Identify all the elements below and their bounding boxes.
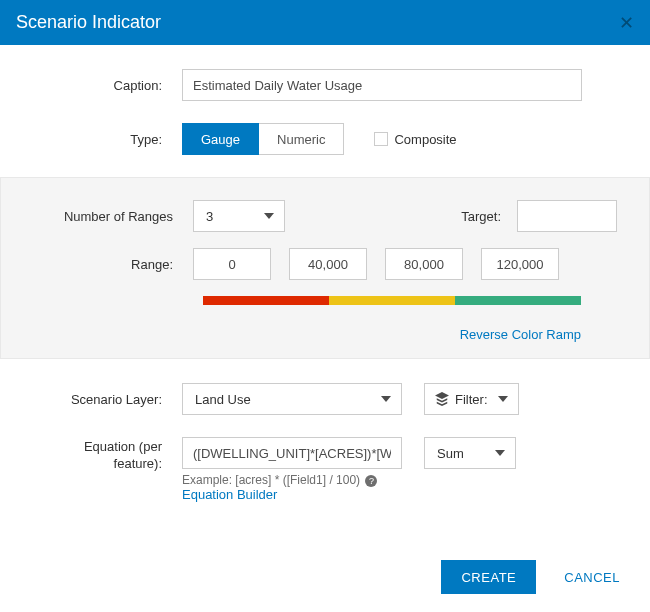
chevron-down-icon: [264, 213, 274, 219]
checkbox-icon: [374, 132, 388, 146]
ramp-segment-red: [203, 296, 329, 305]
color-ramp: [203, 296, 581, 305]
reverse-color-ramp-link[interactable]: Reverse Color Ramp: [203, 327, 581, 342]
composite-checkbox-wrap[interactable]: Composite: [374, 132, 456, 147]
type-toggle-group: Gauge Numeric: [182, 123, 344, 155]
dialog-header: Scenario Indicator ✕: [0, 0, 650, 45]
range-input-3[interactable]: [481, 248, 559, 280]
type-gauge-button[interactable]: Gauge: [182, 123, 259, 155]
scenario-layer-value: Land Use: [195, 392, 251, 407]
cancel-button[interactable]: CANCEL: [558, 569, 626, 586]
close-icon[interactable]: ✕: [619, 14, 634, 32]
filter-icon: [435, 392, 449, 406]
num-ranges-select[interactable]: 3: [193, 200, 285, 232]
target-label: Target:: [427, 209, 517, 224]
dialog-footer: CREATE CANCEL: [0, 548, 650, 612]
type-numeric-button[interactable]: Numeric: [259, 123, 344, 155]
chevron-down-icon: [381, 396, 391, 402]
range-inputs: [193, 248, 559, 280]
ramp-segment-green: [455, 296, 581, 305]
help-icon[interactable]: ?: [365, 475, 377, 487]
range-input-2[interactable]: [385, 248, 463, 280]
ramp-segment-yellow: [329, 296, 455, 305]
dialog-title: Scenario Indicator: [16, 12, 161, 33]
composite-label: Composite: [394, 132, 456, 147]
caption-input[interactable]: [182, 69, 582, 101]
ranges-panel: Number of Ranges 3 Target: Range:: [0, 177, 650, 359]
range-label: Range:: [33, 257, 193, 272]
type-label: Type:: [32, 132, 182, 147]
filter-button[interactable]: Filter:: [424, 383, 519, 415]
dialog-body: Caption: Type: Gauge Numeric Composite N…: [0, 45, 650, 548]
num-ranges-label: Number of Ranges: [33, 209, 193, 224]
aggregation-value: Sum: [437, 446, 464, 461]
chevron-down-icon: [495, 450, 505, 456]
equation-example: Example: [acres] * ([Field1] / 100) ?: [182, 473, 516, 487]
filter-label: Filter:: [455, 392, 488, 407]
num-ranges-value: 3: [206, 209, 213, 224]
create-button[interactable]: CREATE: [441, 560, 536, 594]
range-input-0[interactable]: [193, 248, 271, 280]
chevron-down-icon: [498, 396, 508, 402]
scenario-layer-label: Scenario Layer:: [32, 392, 182, 407]
equation-input[interactable]: [182, 437, 402, 469]
equation-label: Equation (per feature):: [32, 437, 182, 473]
caption-label: Caption:: [32, 78, 182, 93]
range-input-1[interactable]: [289, 248, 367, 280]
equation-builder-link[interactable]: Equation Builder: [182, 487, 516, 502]
target-input[interactable]: [517, 200, 617, 232]
aggregation-select[interactable]: Sum: [424, 437, 516, 469]
scenario-layer-select[interactable]: Land Use: [182, 383, 402, 415]
